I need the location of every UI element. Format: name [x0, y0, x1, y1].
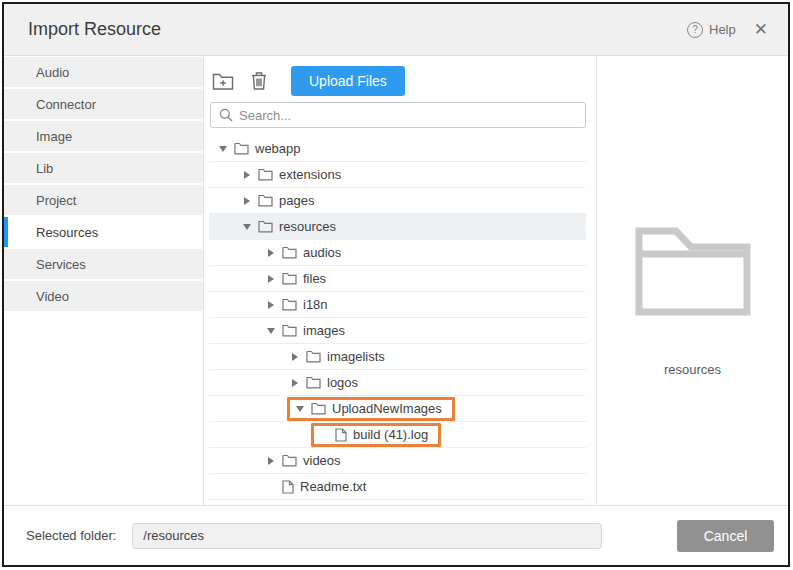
tree-node-label: UploadNewImages [332, 401, 442, 416]
tree-row-themes[interactable]: themes [209, 500, 586, 507]
preview-folder-name: resources [664, 362, 721, 377]
sidebar-item-label: Project [36, 193, 76, 208]
tree-row-i18n[interactable]: i18n [209, 292, 586, 318]
folder-icon [282, 272, 297, 285]
tree-node-label: videos [303, 453, 341, 468]
tree-node-label: imagelists [327, 349, 385, 364]
tree-node-label: audios [303, 245, 341, 260]
sidebar-item-image[interactable]: Image [4, 121, 203, 151]
folder-icon [282, 298, 297, 311]
sidebar-item-connector[interactable]: Connector [4, 89, 203, 119]
trash-icon[interactable] [247, 69, 271, 93]
cancel-button[interactable]: Cancel [677, 520, 774, 552]
search-icon [219, 108, 233, 122]
folder-icon [234, 142, 249, 155]
sidebar-item-video[interactable]: Video [4, 281, 203, 311]
tree-row-readme-txt[interactable]: Readme.txt [209, 474, 586, 500]
import-resource-dialog: Import Resource ? Help ✕ AudioConnectorI… [2, 2, 790, 567]
tree-row-files[interactable]: files [209, 266, 586, 292]
dialog-header: Import Resource ? Help ✕ [4, 4, 788, 56]
folder-icon [258, 194, 273, 207]
tree-row-logos[interactable]: logos [209, 370, 586, 396]
collapse-arrow-icon[interactable] [263, 275, 279, 283]
tree-row-pages[interactable]: pages [209, 188, 586, 214]
expand-arrow-icon[interactable] [292, 406, 308, 412]
collapse-arrow-icon[interactable] [239, 197, 255, 205]
folder-icon [282, 454, 297, 467]
selected-folder-label: Selected folder: [26, 528, 116, 543]
tree-node-label: i18n [303, 297, 328, 312]
collapse-arrow-icon[interactable] [287, 353, 303, 361]
large-folder-icon [634, 226, 752, 320]
tree-node-label: Readme.txt [300, 479, 366, 494]
file-icon [282, 480, 294, 494]
sidebar-item-project[interactable]: Project [4, 185, 203, 215]
sidebar-item-lib[interactable]: Lib [4, 153, 203, 183]
page-title: Import Resource [28, 19, 161, 40]
file-tree: webappextensionspagesresourcesaudiosfile… [209, 136, 586, 507]
tree-row-extensions[interactable]: extensions [209, 162, 586, 188]
search-input[interactable] [239, 108, 577, 123]
search-box [210, 102, 586, 128]
folder-icon [258, 220, 273, 233]
folder-icon [311, 402, 326, 415]
folder-icon [282, 324, 297, 337]
highlight-box: UploadNewImages [287, 397, 455, 421]
toolbar: Upload Files [209, 66, 586, 96]
folder-icon [306, 350, 321, 363]
highlight-box: build (41).log [311, 423, 441, 447]
tree-node-label: images [303, 323, 345, 338]
sidebar-item-label: Video [36, 289, 69, 304]
help-button[interactable]: ? Help [687, 22, 736, 38]
new-folder-icon[interactable] [211, 69, 235, 93]
selected-folder-input[interactable] [132, 523, 602, 549]
collapse-arrow-icon[interactable] [287, 379, 303, 387]
tree-node-label: build (41).log [353, 427, 428, 442]
tree-row-videos[interactable]: videos [209, 448, 586, 474]
expand-arrow-icon[interactable] [239, 224, 255, 230]
collapse-arrow-icon[interactable] [263, 249, 279, 257]
help-label: Help [709, 22, 736, 37]
tree-node-label: themes [279, 505, 322, 507]
folder-icon [258, 168, 273, 181]
help-icon: ? [687, 22, 703, 38]
dialog-footer: Selected folder: Cancel [4, 505, 788, 565]
tree-row-build-41-log[interactable]: build (41).log [209, 422, 586, 448]
sidebar-item-label: Audio [36, 65, 69, 80]
collapse-arrow-icon[interactable] [239, 171, 255, 179]
collapse-arrow-icon[interactable] [263, 301, 279, 309]
tree-node-label: webapp [255, 141, 301, 156]
tree-node-label: logos [327, 375, 358, 390]
tree-node-label: extensions [279, 167, 341, 182]
expand-arrow-icon[interactable] [215, 146, 231, 152]
upload-files-button[interactable]: Upload Files [291, 66, 405, 96]
sidebar: AudioConnectorImageLibProjectResourcesSe… [4, 56, 204, 505]
tree-row-imagelists[interactable]: imagelists [209, 344, 586, 370]
sidebar-item-label: Connector [36, 97, 96, 112]
folder-icon [258, 506, 273, 507]
sidebar-item-services[interactable]: Services [4, 249, 203, 279]
sidebar-item-label: Image [36, 129, 72, 144]
expand-arrow-icon[interactable] [263, 328, 279, 334]
sidebar-item-audio[interactable]: Audio [4, 57, 203, 87]
collapse-arrow-icon[interactable] [263, 457, 279, 465]
tree-node-label: files [303, 271, 326, 286]
folder-icon [306, 376, 321, 389]
close-icon[interactable]: ✕ [754, 21, 768, 38]
tree-row-uploadnewimages[interactable]: UploadNewImages [209, 396, 586, 422]
folder-icon [282, 246, 297, 259]
tree-row-images[interactable]: images [209, 318, 586, 344]
preview-panel: resources [597, 56, 788, 505]
sidebar-item-label: Resources [36, 225, 98, 240]
tree-node-label: pages [279, 193, 314, 208]
file-icon [335, 428, 347, 442]
tree-node-label: resources [279, 219, 336, 234]
tree-row-webapp[interactable]: webapp [209, 136, 586, 162]
tree-row-resources[interactable]: resources [209, 214, 586, 240]
tree-row-audios[interactable]: audios [209, 240, 586, 266]
sidebar-item-label: Lib [36, 161, 53, 176]
main-panel: Upload Files webappextensionspagesresour… [204, 56, 597, 505]
sidebar-item-label: Services [36, 257, 86, 272]
sidebar-item-resources[interactable]: Resources [4, 217, 203, 247]
